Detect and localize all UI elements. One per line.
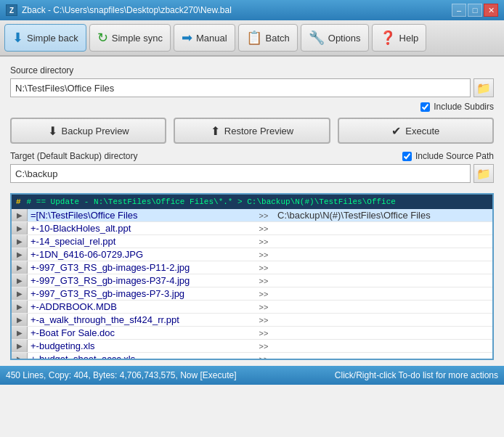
log-row-left: +-ADDRBOOK.MDB: [28, 301, 253, 313]
log-row-left: +-997_GT3_RS_gb-images-P11-2.jpg: [28, 261, 253, 274]
options-label: Options: [328, 33, 361, 44]
batch-button[interactable]: 📋 Batch: [238, 24, 298, 52]
log-row-left: +-budgeting.xls: [28, 340, 253, 352]
manual-icon: ➡: [182, 30, 192, 46]
log-row-right: [275, 235, 492, 248]
log-row-arrow: ▶: [12, 314, 28, 326]
log-row-arrow: ▶: [12, 353, 28, 359]
options-icon: 🔧: [309, 30, 325, 46]
restore-preview-label: Restore Preview: [224, 126, 293, 136]
log-row-right: [275, 327, 492, 339]
target-input[interactable]: [10, 164, 471, 183]
include-source-path-checkbox[interactable]: [402, 152, 412, 161]
log-row-right: [275, 314, 492, 326]
log-row-right: [275, 340, 492, 352]
log-row-sep: >>: [253, 301, 275, 313]
log-row-left: +-997_GT3_RS_gb-images-P37-4.jpg: [28, 274, 253, 287]
simple-sync-icon: ↻: [97, 30, 108, 46]
help-label: Help: [399, 33, 419, 44]
log-row-sep: >>: [253, 287, 275, 300]
include-source-row: Include Source Path: [402, 151, 494, 161]
restore-preview-icon: ⬆: [211, 124, 220, 138]
log-row-left: +-budget_sheet_accc.xls: [28, 353, 253, 359]
log-row-arrow: ▶: [12, 261, 28, 274]
log-row: ▶ +-a_walk_through_the_sf424_rr.ppt >>: [12, 314, 492, 327]
log-row-sep: >>: [253, 327, 275, 339]
log-row: ▶ +-budgeting.xls >>: [12, 340, 492, 353]
window-title: Zback - C:\Users\snapfiles\Desktop\zback…: [22, 5, 232, 15]
target-folder-button[interactable]: 📁: [473, 164, 494, 183]
source-input-row: 📁: [10, 78, 494, 97]
simple-sync-label: Simple sync: [112, 33, 163, 44]
app-icon: Z: [6, 4, 17, 16]
manual-button[interactable]: ➡ Manual: [174, 24, 235, 52]
log-body[interactable]: ▶ =[N:\TestFiles\Office Files >> C:\back…: [12, 209, 492, 359]
log-row-left: =[N:\TestFiles\Office Files: [28, 209, 253, 221]
log-row-left: +-10-BlackHoles_alt.ppt: [28, 222, 253, 234]
log-row-right: C:\backup\N(#)\TestFiles\Office Files: [275, 209, 492, 221]
toolbar: ⬇ Simple back ↻ Simple sync ➡ Manual 📋 B…: [0, 20, 504, 57]
main-form: Source directory 📁 Include Subdirs ⬇ Bac…: [0, 57, 504, 193]
log-hash-icon: #: [16, 197, 21, 206]
options-button[interactable]: 🔧 Options: [301, 24, 369, 52]
close-button[interactable]: ✕: [484, 4, 498, 17]
manual-label: Manual: [196, 33, 227, 44]
backup-preview-label: Backup Preview: [62, 126, 129, 136]
log-row: ▶ +-14_special_rel.ppt >>: [12, 235, 492, 248]
include-source-path-label: Include Source Path: [415, 151, 494, 161]
maximize-button[interactable]: □: [468, 4, 482, 17]
simple-sync-button[interactable]: ↻ Simple sync: [89, 24, 171, 52]
title-bar: Z Zback - C:\Users\snapfiles\Desktop\zba…: [0, 0, 504, 20]
source-label: Source directory: [10, 65, 494, 75]
log-row-arrow: ▶: [12, 209, 28, 221]
help-button[interactable]: ❓ Help: [372, 24, 427, 52]
log-row-arrow: ▶: [12, 274, 28, 287]
log-row: ▶ +-997_GT3_RS_gb-images-P11-2.jpg >>: [12, 261, 492, 274]
log-row-arrow: ▶: [12, 222, 28, 234]
batch-icon: 📋: [246, 30, 262, 46]
log-header-text: # == Update - N:\TestFiles\Office Files\…: [27, 197, 396, 206]
log-row-left: +-14_special_rel.ppt: [28, 235, 253, 248]
log-row-sep: >>: [253, 235, 275, 248]
backup-preview-button[interactable]: ⬇ Backup Preview: [10, 118, 166, 144]
restore-preview-button[interactable]: ⬆ Restore Preview: [174, 118, 330, 144]
help-icon: ❓: [380, 30, 396, 46]
log-row: ▶ +-997_GT3_RS_gb-images-P7-3.jpg >>: [12, 287, 492, 301]
log-row: ▶ +-budget_sheet_accc.xls >>: [12, 353, 492, 359]
minimize-button[interactable]: –: [452, 4, 466, 17]
log-row-arrow: ▶: [12, 301, 28, 313]
include-subdirs-checkbox[interactable]: [420, 102, 430, 112]
log-row-sep: >>: [253, 314, 275, 326]
log-row-left: +-Boat For Sale.doc: [28, 327, 253, 339]
log-container: # # == Update - N:\TestFiles\Office File…: [10, 193, 494, 360]
execute-icon: ✔: [391, 124, 401, 138]
log-row-right: [275, 353, 492, 359]
status-left: 450 Lines, Copy: 404, Bytes: 4,706,743,5…: [6, 370, 237, 380]
log-row-right: [275, 261, 492, 274]
target-row: Target (Default Backup) directory Includ…: [10, 151, 494, 161]
log-row-sep: >>: [253, 353, 275, 359]
log-row-right: [275, 274, 492, 287]
source-folder-button[interactable]: 📁: [473, 78, 494, 97]
status-right: Click/Right-click To-do list for more ac…: [335, 370, 498, 380]
log-row: ▶ =[N:\TestFiles\Office Files >> C:\back…: [12, 209, 492, 222]
status-bar: 450 Lines, Copy: 404, Bytes: 4,706,743,5…: [0, 366, 504, 385]
log-header: # # == Update - N:\TestFiles\Office File…: [12, 195, 492, 209]
log-row-arrow: ▶: [12, 248, 28, 261]
include-subdirs-label: Include Subdirs: [434, 102, 494, 112]
log-row: ▶ +-10-BlackHoles_alt.ppt >>: [12, 222, 492, 235]
log-row-sep: >>: [253, 248, 275, 261]
simple-back-icon: ⬇: [12, 30, 23, 46]
log-row-left: +-a_walk_through_the_sf424_rr.ppt: [28, 314, 253, 326]
title-bar-left: Z Zback - C:\Users\snapfiles\Desktop\zba…: [6, 4, 232, 16]
source-input[interactable]: [10, 78, 471, 97]
log-row-left: +-997_GT3_RS_gb-images-P7-3.jpg: [28, 287, 253, 300]
log-row-right: [275, 287, 492, 300]
log-row: ▶ +-Boat For Sale.doc >>: [12, 327, 492, 340]
simple-back-button[interactable]: ⬇ Simple back: [4, 24, 86, 52]
log-row-left: +-1DN_6416-06-0729.JPG: [28, 248, 253, 261]
log-row-sep: >>: [253, 209, 275, 221]
execute-button[interactable]: ✔ Execute: [338, 118, 494, 144]
log-row-right: [275, 222, 492, 234]
log-row-sep: >>: [253, 340, 275, 352]
